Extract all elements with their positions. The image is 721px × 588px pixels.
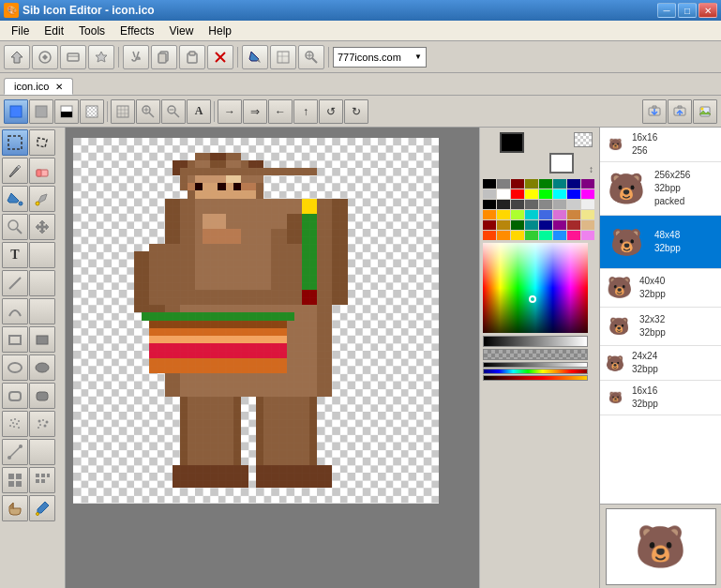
edit-btn-text[interactable]: A — [187, 99, 211, 124]
toolbar-btn-0[interactable] — [4, 45, 30, 69]
color-swatch-3-8[interactable] — [581, 210, 594, 219]
color-swatch-5-5[interactable] — [539, 231, 552, 240]
edit-btn-gray[interactable] — [29, 99, 53, 124]
tool-pencil[interactable] — [2, 158, 28, 184]
color-swatch-navy[interactable] — [567, 179, 580, 188]
color-swatch-4-7[interactable] — [567, 220, 580, 230]
menu-file[interactable]: File — [4, 23, 37, 39]
menu-view[interactable]: View — [162, 23, 202, 39]
tool-ellipse-fill[interactable] — [29, 354, 55, 381]
tool-rect-outline[interactable] — [2, 326, 28, 353]
color-swatch-teal[interactable] — [553, 179, 566, 188]
tool-rect-fill[interactable] — [29, 326, 55, 353]
tool-select-rect[interactable] — [2, 129, 28, 156]
color-line-3[interactable] — [483, 375, 588, 381]
main-canvas-area[interactable] — [66, 128, 479, 588]
toolbar-fill[interactable] — [242, 45, 268, 69]
color-swatch-5-4[interactable] — [525, 231, 538, 240]
tool-eraser[interactable] — [29, 158, 55, 184]
tool-eyedrop[interactable] — [29, 495, 55, 521]
color-swatch-2-3[interactable] — [511, 200, 524, 209]
color-swatch-blue[interactable] — [567, 189, 580, 199]
tool-roundrect-outline[interactable] — [2, 383, 28, 409]
color-swatch-4-1[interactable] — [483, 220, 496, 230]
edit-btn-color[interactable] — [4, 99, 28, 124]
pixel-art-canvas[interactable] — [73, 135, 439, 505]
tab-close-icon[interactable]: ✕ — [55, 82, 63, 92]
tool-pick-color[interactable] — [29, 186, 55, 212]
color-swatch-2-2[interactable] — [497, 200, 510, 209]
file-tab[interactable]: icon.ico ✕ — [4, 78, 73, 95]
swap-colors-icon[interactable]: ↕ — [589, 164, 593, 174]
edit-btn-move-right2[interactable]: ⇒ — [243, 99, 267, 124]
edit-btn-rotate-right[interactable]: ↻ — [344, 99, 368, 124]
toolbar-cut[interactable] — [123, 45, 149, 69]
icon-list-item-16-256[interactable]: 🐻 16x16 256 — [600, 128, 721, 162]
color-line-2[interactable] — [483, 369, 588, 374]
color-swatch-yellow[interactable] — [525, 189, 538, 199]
color-swatch-2-5[interactable] — [539, 200, 552, 209]
tool-text[interactable]: T — [2, 242, 28, 268]
tool-spray1[interactable] — [2, 411, 28, 437]
color-swatch-red[interactable] — [511, 189, 524, 199]
color-swatch-4-5[interactable] — [539, 220, 552, 230]
edit-btn-move-right[interactable]: → — [218, 99, 242, 124]
tool-grid-2[interactable] — [29, 467, 55, 493]
color-swatch-4-4[interactable] — [525, 220, 538, 230]
edit-btn-rotate-left[interactable]: ↺ — [319, 99, 343, 124]
icon-list-item-40[interactable]: 🐻 40x40 32bpp — [600, 269, 721, 308]
icon-list-item-24[interactable]: 🐻 24x24 32bpp — [600, 346, 721, 381]
color-swatch-3-6[interactable] — [553, 210, 566, 219]
menu-tools[interactable]: Tools — [71, 23, 113, 39]
color-swatch-purple[interactable] — [581, 179, 594, 188]
color-swatch-3-1[interactable] — [483, 210, 496, 219]
icon-list-item-48[interactable]: 🐻 48x48 32bpp — [600, 216, 721, 269]
color-swatch-black[interactable] — [483, 179, 496, 188]
toolbar-btn-1[interactable] — [32, 45, 58, 69]
edit-btn-mono[interactable] — [54, 99, 79, 124]
close-button[interactable]: ✕ — [698, 3, 717, 18]
tool-hand[interactable] — [2, 495, 28, 521]
edit-btn-move-left[interactable]: ← — [268, 99, 293, 124]
tool-line2[interactable] — [2, 439, 28, 465]
menu-edit[interactable]: Edit — [37, 23, 71, 39]
color-swatch-4-6[interactable] — [553, 220, 566, 230]
rainbow-color-picker[interactable] — [483, 243, 588, 333]
color-swatch-2-6[interactable] — [553, 200, 566, 209]
color-line-1[interactable] — [483, 362, 588, 368]
color-swatch-3-3[interactable] — [511, 210, 524, 219]
edit-btn-trans[interactable] — [80, 99, 104, 124]
tool-roundrect-fill[interactable] — [29, 383, 55, 409]
color-swatch-5-6[interactable] — [553, 231, 566, 240]
tool-ellipse-outline[interactable] — [2, 354, 28, 381]
color-swatch-magenta[interactable] — [581, 189, 594, 199]
color-swatch-3-4[interactable] — [525, 210, 538, 219]
tool-grid-1[interactable] — [2, 467, 28, 493]
background-color-box[interactable] — [549, 153, 574, 173]
color-swatch-5-7[interactable] — [567, 231, 580, 240]
website-combo[interactable]: 777icons.com ▼ — [333, 47, 427, 68]
grayscale-bar[interactable] — [483, 336, 588, 347]
toolbar-paste[interactable] — [179, 45, 205, 69]
icon-list-scroll[interactable]: 🐻 16x16 256 🐻 256x256 32bpp packe — [600, 128, 721, 504]
edit-btn-move-up[interactable]: ↑ — [293, 99, 318, 124]
color-swatch-5-1[interactable] — [483, 231, 496, 240]
color-swatch-2-8[interactable] — [581, 200, 594, 209]
color-swatch-4-8[interactable] — [581, 220, 594, 230]
tool-curve[interactable] — [2, 298, 28, 324]
color-swatch-olive[interactable] — [525, 179, 538, 188]
color-swatch-3-2[interactable] — [497, 210, 510, 219]
color-swatch-cyan[interactable] — [553, 189, 566, 199]
toolbar-btn-3[interactable] — [88, 45, 114, 69]
minimize-button[interactable]: ─ — [657, 3, 676, 18]
transparent-swatch[interactable] — [574, 132, 593, 147]
color-swatch-4-2[interactable] — [497, 220, 510, 230]
foreground-color-box[interactable] — [500, 132, 524, 153]
toolbar-pick[interactable] — [270, 45, 296, 69]
color-swatch-2-1[interactable] — [483, 200, 496, 209]
color-swatch-3-5[interactable] — [539, 210, 552, 219]
color-swatch-lime[interactable] — [539, 189, 552, 199]
edit-btn-grid[interactable] — [111, 99, 135, 124]
edit-btn-zoom-out[interactable] — [161, 99, 186, 124]
tool-select-free[interactable] — [29, 129, 55, 156]
